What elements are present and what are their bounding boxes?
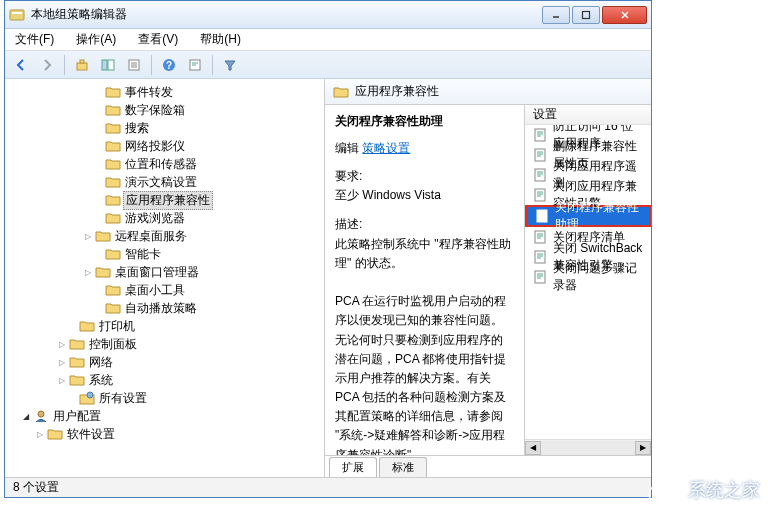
folder-icon xyxy=(105,85,121,99)
svg-rect-1 xyxy=(12,12,22,14)
folder-icon xyxy=(105,157,121,171)
tree-item[interactable]: 游戏浏览器 xyxy=(5,209,324,227)
policy-icon xyxy=(533,270,547,284)
tree-item[interactable]: 网络 xyxy=(5,353,324,371)
chevron-right-icon[interactable] xyxy=(83,267,93,277)
svg-rect-42 xyxy=(535,231,545,243)
back-button[interactable] xyxy=(9,54,33,76)
policy-icon xyxy=(535,209,549,223)
tree-item-label: 智能卡 xyxy=(123,246,163,263)
svg-rect-46 xyxy=(535,251,545,263)
tree-pane[interactable]: 事件转发数字保险箱搜索网络投影仪位置和传感器演示文稿设置应用程序兼容性游戏浏览器… xyxy=(5,79,325,477)
tree-item-label: 桌面窗口管理器 xyxy=(113,264,201,281)
tree-item[interactable]: 网络投影仪 xyxy=(5,137,324,155)
tree-item-label: 软件设置 xyxy=(65,426,117,443)
toolbar: ? xyxy=(5,51,651,79)
chevron-right-icon[interactable] xyxy=(57,375,67,385)
edit-prefix: 编辑 xyxy=(335,141,359,155)
tab-extended[interactable]: 扩展 xyxy=(329,457,377,477)
tree-item-label: 事件转发 xyxy=(123,84,175,101)
scroll-left-icon[interactable]: ◀ xyxy=(525,441,541,455)
tree-item[interactable]: 智能卡 xyxy=(5,245,324,263)
export-button[interactable] xyxy=(183,54,207,76)
close-button[interactable] xyxy=(602,6,647,24)
tree-item-label: 系统 xyxy=(87,372,115,389)
filter-button[interactable] xyxy=(218,54,242,76)
policy-icon xyxy=(533,230,547,244)
detail-pane: 应用程序兼容性 关闭程序兼容性助理 编辑 策略设置 要求: 至少 Windows… xyxy=(325,79,651,477)
policy-icon xyxy=(533,168,547,182)
list-header-setting[interactable]: 设置 xyxy=(525,105,651,125)
policy-label: 关闭问题步骤记录器 xyxy=(553,260,643,294)
description-column: 关闭程序兼容性助理 编辑 策略设置 要求: 至少 Windows Vista 描… xyxy=(325,105,525,455)
forward-button[interactable] xyxy=(35,54,59,76)
tree-item[interactable]: 搜索 xyxy=(5,119,324,137)
tree-item[interactable]: 远程桌面服务 xyxy=(5,227,324,245)
tree-item-label: 桌面小工具 xyxy=(123,282,187,299)
window-title: 本地组策略编辑器 xyxy=(31,6,542,23)
tree-item[interactable]: 事件转发 xyxy=(5,83,324,101)
tree-item[interactable]: 软件设置 xyxy=(5,425,324,443)
folder-icon xyxy=(47,427,63,441)
chevron-right-icon[interactable] xyxy=(35,429,45,439)
tree-item[interactable]: 用户配置 xyxy=(5,407,324,425)
svg-point-21 xyxy=(38,411,44,417)
requirement-value: 至少 Windows Vista xyxy=(335,188,441,202)
tree-item-label: 自动播放策略 xyxy=(123,300,199,317)
up-button[interactable] xyxy=(70,54,94,76)
tree-item[interactable]: 所有设置 xyxy=(5,389,324,407)
policy-list-item[interactable]: 关闭程序兼容性助理 xyxy=(525,205,651,227)
description-text: 此策略控制系统中 "程序兼容性助理" 的状态。 PCA 在运行时监视用户启动的程… xyxy=(335,237,511,455)
folder-icon xyxy=(105,121,121,135)
settings-list[interactable]: 防止访问 16 位应用程序删除程序兼容性属性页关闭应用程序遥测关闭应用程序兼容性… xyxy=(525,125,651,439)
folder-icon xyxy=(79,319,95,333)
show-hide-tree-button[interactable] xyxy=(96,54,120,76)
tree-item-label: 数字保险箱 xyxy=(123,102,187,119)
toolbar-separator xyxy=(64,55,65,75)
folder-icon xyxy=(105,247,121,261)
menu-view[interactable]: 查看(V) xyxy=(134,29,182,50)
menu-file[interactable]: 文件(F) xyxy=(11,29,58,50)
tree-item-label: 打印机 xyxy=(97,318,137,335)
tree-item-label: 网络投影仪 xyxy=(123,138,187,155)
horizontal-scrollbar[interactable]: ◀ ▶ xyxy=(525,439,651,455)
tree-item[interactable]: 自动播放策略 xyxy=(5,299,324,317)
tree-item[interactable]: 桌面窗口管理器 xyxy=(5,263,324,281)
svg-point-54 xyxy=(658,489,668,499)
minimize-button[interactable] xyxy=(542,6,570,24)
tab-standard[interactable]: 标准 xyxy=(379,457,427,477)
folder-icon xyxy=(105,193,121,207)
svg-rect-26 xyxy=(535,149,545,161)
toolbar-separator xyxy=(151,55,152,75)
scroll-right-icon[interactable]: ▶ xyxy=(635,441,651,455)
maximize-button[interactable] xyxy=(572,6,600,24)
tree-item[interactable]: 应用程序兼容性 xyxy=(5,191,324,209)
help-button[interactable]: ? xyxy=(157,54,181,76)
tree-item[interactable]: 打印机 xyxy=(5,317,324,335)
chevron-right-icon[interactable] xyxy=(57,357,67,367)
chevron-right-icon[interactable] xyxy=(83,231,93,241)
tree-item[interactable]: 位置和传感器 xyxy=(5,155,324,173)
properties-button[interactable] xyxy=(122,54,146,76)
folder-icon xyxy=(105,301,121,315)
policy-list-item[interactable]: 关闭问题步骤记录器 xyxy=(525,267,651,287)
tree-item[interactable]: 演示文稿设置 xyxy=(5,173,324,191)
svg-rect-7 xyxy=(80,60,84,63)
tree-item-label: 演示文稿设置 xyxy=(123,174,199,191)
folder-icon xyxy=(105,103,121,117)
chevron-down-icon[interactable] xyxy=(21,411,31,421)
tree-item-label: 游戏浏览器 xyxy=(123,210,187,227)
title-bar: 本地组策略编辑器 xyxy=(5,1,651,29)
menu-help[interactable]: 帮助(H) xyxy=(196,29,245,50)
folder-icon xyxy=(105,283,121,297)
folder-icon xyxy=(95,229,111,243)
tree-item[interactable]: 数字保险箱 xyxy=(5,101,324,119)
tree-item[interactable]: 桌面小工具 xyxy=(5,281,324,299)
tree-item[interactable]: 系统 xyxy=(5,371,324,389)
folder-icon xyxy=(333,85,349,99)
edit-policy-link[interactable]: 策略设置 xyxy=(362,141,410,155)
menu-action[interactable]: 操作(A) xyxy=(72,29,120,50)
tree-item[interactable]: 控制面板 xyxy=(5,335,324,353)
svg-text:?: ? xyxy=(166,60,172,71)
chevron-right-icon[interactable] xyxy=(57,339,67,349)
